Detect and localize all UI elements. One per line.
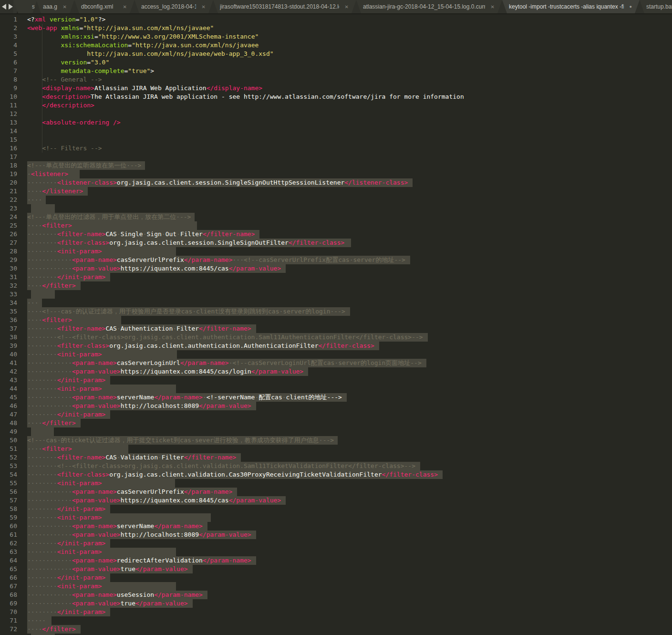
code-line[interactable]: 40········<init-param> xyxy=(0,350,672,359)
code-line[interactable]: 31········</init-param> xyxy=(0,273,672,281)
tab-close-icon[interactable]: ✕ xyxy=(202,4,206,10)
code-line[interactable]: 46············<param-value>http://localh… xyxy=(0,402,672,410)
code-line[interactable]: 16 <!-- Filters --> xyxy=(0,144,672,153)
tab[interactable]: keytool -import -trustcacerts -alias iqu… xyxy=(502,0,640,13)
code-line[interactable]: 4 xsi:schemaLocation="http://java.sun.co… xyxy=(0,41,672,50)
tab-close-icon[interactable]: ✕ xyxy=(345,4,349,10)
code-line[interactable]: 70········</init-param> xyxy=(0,608,672,616)
code-line[interactable]: 7 metadata-complete="true"> xyxy=(0,67,672,75)
tab[interactable]: atlassian-jira-gc-2018-04-12_15-04-15.lo… xyxy=(356,0,502,13)
code-line[interactable]: 9 <display-name>Atlassian JIRA Web Appli… xyxy=(0,84,672,93)
tab[interactable]: dbconfig.xml✕ xyxy=(74,0,134,13)
code-line[interactable]: 37········<filter-name>CAS·Authenticatio… xyxy=(0,324,672,333)
code-line[interactable]: 51····<filter> xyxy=(0,445,672,453)
code-line[interactable]: 57············<param-value>https://iquan… xyxy=(0,496,672,505)
tab[interactable]: startup.bat xyxy=(640,0,672,13)
code-text: ············<param-name>casServerUrlPref… xyxy=(27,488,237,496)
code-line[interactable]: 72····</filter> xyxy=(0,625,672,634)
code-line[interactable]: 24<!--·单点登出的过滤器，用于单点登出，放在第二位·--> xyxy=(0,213,672,221)
code-line[interactable]: 56············<param-name>casServerUrlPr… xyxy=(0,488,672,496)
tab[interactable]: access_log.2018-04-12✕ xyxy=(134,0,213,13)
syntax-token: </param-value> xyxy=(135,565,188,573)
code-line[interactable]: 63········<init-param> xyxy=(0,548,672,556)
code-line[interactable]: 62········</init-param> xyxy=(0,539,672,548)
tab-close-icon[interactable]: ✕ xyxy=(123,4,127,10)
code-line[interactable]: 26········<filter-name>CAS·Single·Sign·O… xyxy=(0,230,672,239)
code-line[interactable]: 50<!--·cas·的ticket认证过滤器，用于提交ticket到cas·s… xyxy=(0,436,672,445)
code-line[interactable]: 25····<filter> xyxy=(0,221,672,230)
code-line[interactable]: 20········<listener-class>org.jasig.cas.… xyxy=(0,178,672,187)
code-line[interactable]: 17 xyxy=(0,153,672,161)
selected-code-segment: ········<init-param> xyxy=(27,350,102,359)
code-line[interactable]: 55········<init-param> xyxy=(0,479,672,488)
code-line[interactable]: 19·<listener> xyxy=(0,170,672,178)
code-line[interactable]: 8 <!-- General --> xyxy=(0,75,672,84)
code-line[interactable]: 38········<!--<filter-class>org.jasig.ca… xyxy=(0,333,672,342)
code-line[interactable]: 48····</filter> xyxy=(0,419,672,427)
tab-close-icon[interactable]: ✕ xyxy=(491,4,495,10)
code-line[interactable]: 12 xyxy=(0,110,672,118)
tab[interactable]: jirasoftware150318174813-stdout.2018-04-… xyxy=(213,0,356,13)
tab-modified-icon[interactable]: ● xyxy=(630,4,632,9)
code-line[interactable]: 13 <absolute-ordering /> xyxy=(0,118,672,127)
code-line[interactable]: 10 <description>The Atlassian JIRA web a… xyxy=(0,93,672,101)
code-line[interactable]: 45············<param-name>serverName</pa… xyxy=(0,393,672,402)
code-line[interactable]: 52········<filter-name>CAS·Validation·Fi… xyxy=(0,453,672,462)
code-line[interactable]: 54········<filter-class>org.jasig.cas.cl… xyxy=(0,470,672,479)
syntax-token: CAS xyxy=(105,230,116,238)
code-line[interactable]: 34··· xyxy=(0,299,672,307)
code-line[interactable]: 49 xyxy=(0,427,672,436)
code-line[interactable]: 14 xyxy=(0,127,672,135)
code-line[interactable]: 23 xyxy=(0,204,672,213)
tab-close-icon[interactable]: ✕ xyxy=(63,4,67,10)
tab-scroll-right-icon[interactable] xyxy=(9,4,13,10)
code-line[interactable]: 66········</init-param> xyxy=(0,573,672,582)
code-line[interactable]: 58········</init-param> xyxy=(0,505,672,513)
code-line[interactable]: 22···· xyxy=(0,196,672,204)
code-line[interactable]: 67········<init-param> xyxy=(0,582,672,591)
code-line[interactable]: 59········<init-param> xyxy=(0,513,672,522)
selected-code-segment: ············<param-value>http://localhos… xyxy=(27,531,251,539)
code-line[interactable]: 43········</init-param> xyxy=(0,376,672,385)
code-line[interactable]: 35····<!--·cas·的认证过滤器，用于校验用户是否登录cas·clie… xyxy=(0,307,672,316)
code-line[interactable]: 71····· xyxy=(0,616,672,625)
code-line[interactable]: 15 xyxy=(0,135,672,144)
code-line[interactable]: 42············<param-value>https://iquan… xyxy=(0,367,672,376)
code-line[interactable]: 44········<init-param> xyxy=(0,385,672,393)
code-line[interactable]: 64············<param-name>redirectAfterV… xyxy=(0,556,672,565)
code-line[interactable]: 36····<filter> xyxy=(0,316,672,324)
code-line[interactable]: 47········</init-param> xyxy=(0,410,672,419)
code-line[interactable]: 61············<param-value>http://localh… xyxy=(0,531,672,539)
code-line[interactable]: 32····</filter> xyxy=(0,281,672,290)
code-line[interactable]: 53········<!--<filter-class>org.jasig.ca… xyxy=(0,462,672,470)
code-line[interactable]: 29············<param-name>casServerUrlPr… xyxy=(0,256,672,264)
syntax-token: Validation xyxy=(121,454,158,461)
code-line[interactable]: 65············<param-value>true</param-v… xyxy=(0,565,672,573)
code-line[interactable]: 41············<param-name>casServerLogin… xyxy=(0,359,672,367)
code-line[interactable]: 5 http://java.sun.com/xml/ns/javaee/web-… xyxy=(0,50,672,58)
code-line[interactable]: 33 xyxy=(0,290,672,299)
tab[interactable]: aaa.gif✕ xyxy=(36,0,74,13)
code-editor[interactable]: 1<?xml version="1.0"?>2<web-app xmlns="h… xyxy=(0,14,672,635)
code-line[interactable]: 1<?xml version="1.0"?> xyxy=(0,15,672,24)
syntax-token: <param-value> xyxy=(72,565,121,573)
code-line[interactable]: 6 version="3.0" xyxy=(0,58,672,67)
code-segment: <description>The Atlassian JIRA web appl… xyxy=(27,93,464,101)
code-line[interactable]: 18<!--·单点登出的监听器放在第一位·--> xyxy=(0,161,672,170)
code-line[interactable]: 28········<init-param> xyxy=(0,247,672,256)
code-line[interactable]: 30············<param-value>https://iquan… xyxy=(0,264,672,273)
code-line[interactable]: 27········<filter-class>org.jasig.cas.cl… xyxy=(0,239,672,247)
code-line[interactable]: 60············<param-name>serverName</pa… xyxy=(0,522,672,531)
syntax-token: <param-value> xyxy=(72,531,121,538)
code-line[interactable]: 68············<param-name>useSession</pa… xyxy=(0,591,672,599)
code-line[interactable]: 39········<filter-class>org.jasig.cas.cl… xyxy=(0,342,672,350)
syntax-token: org.jasig.cas.client.validation.Cas30Pro… xyxy=(109,471,382,478)
code-line[interactable]: 11 </description> xyxy=(0,101,672,110)
selection-highlight xyxy=(344,239,351,247)
code-line[interactable]: 21····</listener> xyxy=(0,187,672,196)
code-line[interactable]: 2<web-app xmlns="http://java.sun.com/xml… xyxy=(0,24,672,32)
code-line[interactable]: 69············<param-value>true</param-v… xyxy=(0,599,672,608)
syntax-token: redirectAfterValidation xyxy=(117,557,203,564)
code-line[interactable]: 3 xmlns:xsi="http://www.w3.org/2001/XMLS… xyxy=(0,32,672,41)
tab-scroll-left-icon[interactable] xyxy=(2,4,6,10)
